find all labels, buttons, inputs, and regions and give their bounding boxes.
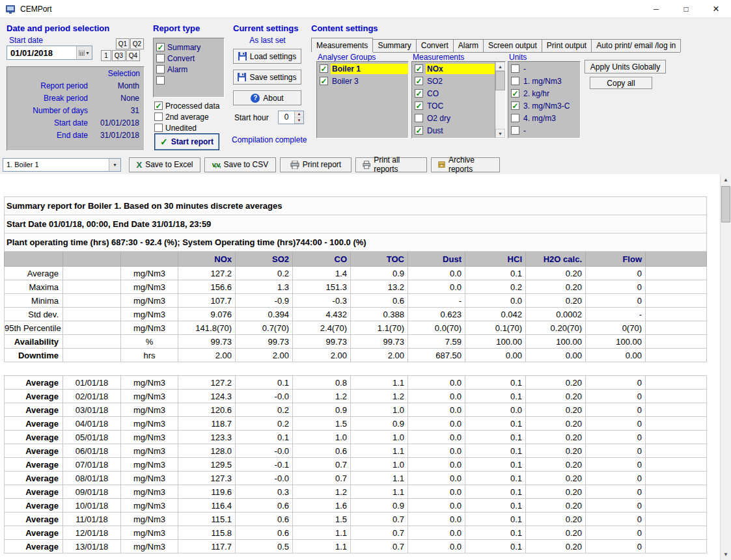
checkbox-icon[interactable]: ✓: [415, 89, 423, 98]
maximize-button[interactable]: □: [671, 0, 701, 18]
table-row: Average10/01/18mg/Nm3116.40.61.60.90.00.…: [5, 499, 707, 513]
quarter-button-q3[interactable]: Q3: [112, 50, 126, 61]
list-item-boiler-3[interactable]: ✓Boiler 3: [318, 75, 408, 87]
tab-summary[interactable]: Summary: [372, 39, 416, 52]
list-item-blank[interactable]: -: [510, 124, 580, 137]
list-item-4-mg-m3[interactable]: 4. mg/m3: [510, 112, 580, 124]
column-header: H2O calc.: [526, 252, 586, 267]
checkbox-icon[interactable]: [511, 64, 519, 73]
list-item-nox[interactable]: ✓NOx: [413, 62, 495, 75]
report-flag-2nd-average[interactable]: 2nd average: [154, 111, 219, 122]
tab-measurements[interactable]: Measurements: [311, 38, 373, 52]
checkbox-icon[interactable]: [156, 54, 165, 62]
measurements-scrollbar[interactable]: ▲ ▼: [495, 62, 505, 138]
close-button[interactable]: ×: [701, 0, 731, 18]
report-type-option-alarm[interactable]: Alarm: [156, 64, 221, 75]
checkbox-icon[interactable]: ✓: [154, 101, 163, 110]
report-flag-processed-data[interactable]: ✓Processed data: [154, 100, 219, 111]
quarter-button-q4[interactable]: Q4: [126, 50, 140, 61]
copy-all-button[interactable]: Copy all: [590, 77, 652, 89]
print-report-button[interactable]: Print report: [280, 157, 352, 172]
checkbox-icon[interactable]: ✓: [156, 43, 165, 51]
column-header: CO: [293, 252, 351, 267]
archive-reports-button[interactable]: Archive reports: [431, 157, 500, 172]
scroll-thumb[interactable]: [495, 71, 505, 90]
quarter-button-1[interactable]: 1: [101, 50, 111, 61]
list-item-3-mg-nm3-c[interactable]: ✓3. mg/Nm3-C: [510, 100, 580, 112]
save-to-csv-button[interactable]: v,v, Save to CSV: [204, 157, 276, 172]
save-settings-label: Save settings: [249, 73, 296, 82]
quarter-button-q1[interactable]: Q1: [116, 38, 130, 49]
checkbox-icon[interactable]: [511, 126, 519, 135]
minimize-button[interactable]: ─: [641, 0, 671, 18]
checkbox-icon[interactable]: ✓: [320, 77, 328, 85]
load-settings-button[interactable]: Load settings: [233, 49, 301, 64]
start-date-input[interactable]: 01/01/2018 ▼: [7, 46, 92, 60]
checkbox-icon[interactable]: ✓: [511, 101, 519, 110]
apply-units-globally-button[interactable]: Apply Units Globally: [585, 60, 666, 73]
checkbox-icon[interactable]: ✓: [415, 77, 423, 85]
value-cell: 0.20: [526, 431, 586, 444]
spin-down-button[interactable]: ▼: [295, 118, 303, 124]
scroll-down-button[interactable]: ▼: [721, 549, 731, 560]
about-button[interactable]: ? About: [233, 90, 301, 105]
checkbox-icon[interactable]: [154, 113, 163, 121]
report-type-option-summary[interactable]: ✓Summary: [156, 42, 221, 53]
spin-up-button[interactable]: ▲: [295, 111, 303, 118]
start-hour-stepper[interactable]: 0 ▲ ▼: [278, 111, 304, 124]
list-item-label: -: [522, 64, 580, 74]
report-flag-unedited[interactable]: Unedited: [154, 122, 219, 133]
column-header: [121, 252, 178, 267]
checkbox-icon[interactable]: [156, 76, 165, 85]
checkbox-icon[interactable]: [415, 114, 423, 122]
list-item-o2-dry[interactable]: O2 dry: [413, 112, 495, 124]
table-row: Downtimehrs2.002.002.002.00687.500.000.0…: [5, 349, 707, 362]
list-item-dust[interactable]: ✓Dust: [413, 124, 495, 137]
tab-auto-print-email-log-in[interactable]: Auto print/ email /log in: [591, 39, 681, 52]
list-item-co[interactable]: ✓CO: [413, 87, 495, 100]
checkbox-icon[interactable]: ✓: [415, 126, 423, 135]
start-report-button[interactable]: ✓ Start report: [154, 133, 219, 150]
tab-alarm[interactable]: Alarm: [453, 39, 484, 52]
checkbox-icon[interactable]: [154, 124, 163, 132]
scroll-thumb[interactable]: [721, 186, 730, 222]
scroll-down-button[interactable]: ▼: [495, 129, 505, 138]
report-vscrollbar[interactable]: ▲ ▼: [720, 174, 731, 560]
list-item-1-mg-nm3[interactable]: 1. mg/Nm3: [510, 75, 580, 87]
tab-print-output[interactable]: Print output: [542, 39, 592, 52]
save-to-excel-button[interactable]: X Save to Excel: [129, 157, 200, 172]
report-type-option-label: Alarm: [167, 65, 187, 74]
report-type-option-convert[interactable]: Convert: [156, 53, 221, 64]
report-type-option-blank[interactable]: [156, 75, 221, 86]
print-all-reports-button[interactable]: Print all reports: [355, 157, 427, 172]
list-item-label: NOx: [426, 64, 495, 74]
column-header: Flow: [586, 252, 646, 267]
row-date-cell: 06/01/18: [63, 444, 121, 458]
list-item-so2[interactable]: ✓SO2: [413, 75, 495, 87]
checkbox-icon[interactable]: [156, 65, 165, 73]
value-cell: 0.388: [351, 308, 408, 321]
scroll-up-button[interactable]: ▲: [721, 174, 731, 185]
checkbox-icon[interactable]: [511, 114, 519, 122]
list-item-2-kg-hr[interactable]: ✓2. kg/hr: [510, 87, 580, 100]
tab-convert[interactable]: Convert: [416, 39, 454, 52]
quarter-button-q2[interactable]: Q2: [130, 38, 144, 49]
tab-screen-output[interactable]: Screen output: [483, 39, 542, 52]
checkbox-icon[interactable]: ✓: [415, 101, 423, 110]
checkbox-icon[interactable]: ✓: [511, 89, 519, 98]
start-hour-label: Start hour: [234, 113, 269, 122]
save-settings-button[interactable]: Save settings: [233, 70, 301, 85]
scroll-up-button[interactable]: ▲: [495, 62, 505, 71]
combo-arrow-icon[interactable]: ▼: [109, 159, 120, 171]
value-cell: 2.00: [351, 349, 408, 362]
checkbox-icon[interactable]: [511, 77, 519, 85]
list-item-blank[interactable]: -: [510, 62, 580, 75]
report-selector[interactable]: 1. Boiler 1 ▼: [3, 158, 121, 172]
date-dropdown-button[interactable]: ▼: [76, 46, 92, 59]
list-item-toc[interactable]: ✓TOC: [413, 100, 495, 112]
value-cell: 0.9: [351, 267, 408, 280]
checkbox-icon[interactable]: ✓: [320, 64, 328, 73]
checkbox-icon[interactable]: ✓: [415, 64, 423, 73]
list-item-boiler-1[interactable]: ✓Boiler 1: [318, 62, 408, 75]
printer-icon: [290, 161, 299, 169]
